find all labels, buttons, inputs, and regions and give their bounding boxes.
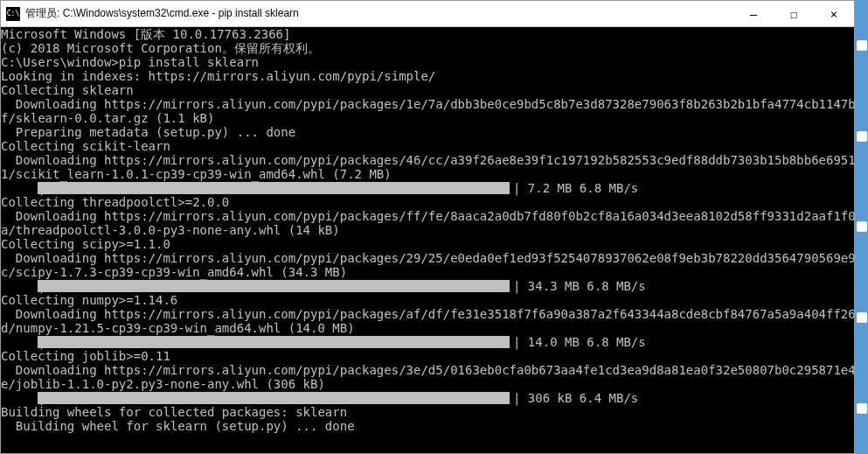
terminal-line: Collecting scikit-learn [1,139,854,153]
terminal-line: Downloading https://mirrors.aliyun.com/p… [1,363,854,377]
terminal-line: Building wheel for sklearn (setup.py) ..… [1,419,854,433]
terminal-line: Downloading https://mirrors.aliyun.com/p… [1,209,854,223]
window-controls: — ☐ × [733,1,854,26]
terminal-line: c/scipy-1.7.3-cp39-cp39-win_amd64.whl (3… [1,265,854,279]
terminal-line: (c) 2018 Microsoft Corporation。保留所有权利。 [1,41,854,55]
terminal-line: Building wheels for collected packages: … [1,405,854,419]
cmd-window: C:\ 管理员: C:\Windows\system32\cmd.exe - p… [0,0,855,454]
terminal-line: Microsoft Windows [版本 10.0.17763.2366] [1,27,854,41]
terminal-line: Downloading https://mirrors.aliyun.com/p… [1,251,854,265]
terminal-line: f/sklearn-0.0.tar.gz (1.1 kB) [1,111,854,125]
terminal-line: Collecting joblib>=0.11 [1,349,854,363]
terminal-line: Collecting threadpoolctl>=2.0.0 [1,195,854,209]
terminal-output[interactable]: Microsoft Windows [版本 10.0.17763.2366](c… [1,27,854,453]
terminal-line: a/threadpoolctl-3.0.0-py3-none-any.whl (… [1,223,854,237]
progress-label: | 34.3 MB 6.8 MB/s [513,279,646,293]
terminal-line: d/numpy-1.21.5-cp39-cp39-win_amd64.whl (… [1,321,854,335]
terminal-line: Collecting numpy>=1.14.6 [1,293,854,307]
terminal-line: Downloading https://mirrors.aliyun.com/p… [1,307,854,321]
progress-label: | 306 kB 6.4 MB/s [513,391,638,405]
terminal-line: Downloading https://mirrors.aliyun.com/p… [1,153,854,167]
terminal-line: Preparing metadata (setup.py) ... done [1,125,854,139]
terminal-line: Looking in indexes: https://mirrors.aliy… [1,69,854,83]
progress-bar-line: || 7.2 MB 6.8 MB/s [1,181,854,195]
terminal-line: Downloading https://mirrors.aliyun.com/p… [1,97,854,111]
terminal-line: C:\Users\window>pip install sklearn [1,55,854,69]
progress-bar-line: || 14.0 MB 6.8 MB/s [1,335,854,349]
titlebar[interactable]: C:\ 管理员: C:\Windows\system32\cmd.exe - p… [1,1,854,27]
terminal-line: 1/scikit_learn-1.0.1-cp39-cp39-win_amd64… [1,167,854,181]
progress-label: | 14.0 MB 6.8 MB/s [513,335,646,349]
terminal-line: Collecting scipy>=1.1.0 [1,237,854,251]
progress-fill [38,182,510,194]
close-button[interactable]: × [814,1,854,26]
terminal-line: e/joblib-1.1.0-py2.py3-none-any.whl (306… [1,377,854,391]
terminal-line: Collecting sklearn [1,83,854,97]
minimize-button[interactable]: — [733,1,774,26]
progress-fill [38,392,510,404]
window-title: 管理员: C:\Windows\system32\cmd.exe - pip i… [25,6,733,21]
progress-bar-line: || 34.3 MB 6.8 MB/s [1,279,854,293]
maximize-button[interactable]: ☐ [774,1,814,26]
progress-label: | 7.2 MB 6.8 MB/s [513,181,638,195]
progress-bar-line: || 306 kB 6.4 MB/s [1,391,854,405]
cmd-icon: C:\ [6,7,20,21]
progress-fill [38,280,510,292]
progress-fill [38,336,510,348]
